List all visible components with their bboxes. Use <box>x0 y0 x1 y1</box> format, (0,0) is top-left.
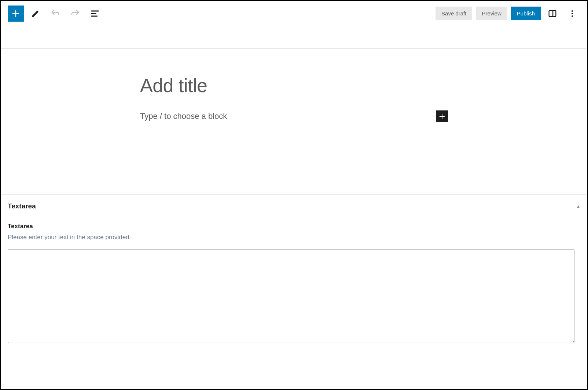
add-block-button[interactable] <box>8 6 24 22</box>
block-placeholder-text[interactable]: Type / to choose a block <box>140 112 227 121</box>
post-title-input[interactable] <box>140 74 448 96</box>
more-options-button[interactable] <box>564 6 580 22</box>
plus-icon <box>11 8 21 19</box>
plus-icon <box>438 112 446 120</box>
textarea-field-description: Please enter your text in the space prov… <box>8 234 580 241</box>
more-vertical-icon <box>567 8 577 19</box>
undo-icon <box>50 8 60 19</box>
editor-content: Type / to choose a block <box>140 49 448 122</box>
settings-sidebar-button[interactable] <box>544 6 561 22</box>
panel-header[interactable]: Textarea ▲ <box>8 195 580 215</box>
redo-icon <box>70 8 80 19</box>
pencil-icon <box>30 8 41 19</box>
publish-button[interactable]: Publish <box>511 7 541 20</box>
edit-mode-button[interactable] <box>27 6 44 22</box>
toolbar-right-group: Save draft Preview Publish <box>436 6 580 22</box>
collapse-icon[interactable]: ▲ <box>576 204 580 208</box>
editor-canvas: Type / to choose a block <box>1 26 587 195</box>
list-view-icon <box>90 8 100 19</box>
svg-point-3 <box>572 15 573 17</box>
save-draft-button[interactable]: Save draft <box>436 7 472 20</box>
toolbar-left-group <box>8 6 103 22</box>
textarea-panel: Textarea ▲ Textarea Please enter your te… <box>1 195 587 345</box>
preview-button[interactable]: Preview <box>476 7 507 20</box>
default-block-row: Type / to choose a block <box>140 110 448 122</box>
panel-title: Textarea <box>8 202 36 210</box>
undo-button[interactable] <box>47 6 63 22</box>
editor-toolbar: Save draft Preview Publish <box>1 1 587 26</box>
editor-top-spacer <box>1 26 587 49</box>
document-overview-button[interactable] <box>87 6 103 22</box>
svg-point-2 <box>572 12 573 14</box>
textarea-input[interactable] <box>8 249 574 343</box>
inline-add-block-button[interactable] <box>436 110 448 122</box>
redo-button[interactable] <box>67 6 83 22</box>
textarea-field-label: Textarea <box>8 223 580 230</box>
sidebar-icon <box>547 8 558 19</box>
svg-point-1 <box>572 10 573 11</box>
